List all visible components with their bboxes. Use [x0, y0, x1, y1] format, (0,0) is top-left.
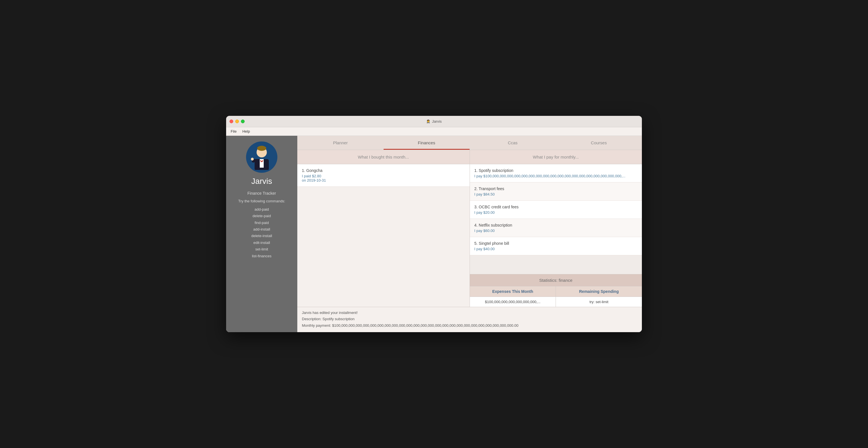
tabs: Planner Finances Ccas Courses [297, 136, 642, 150]
remaining-label: Remaining Spending [556, 286, 642, 297]
cmd-add-paid: add-paid [251, 206, 272, 213]
status-line-3: Monthly payment: $100,000,000,000,000,00… [302, 323, 637, 329]
status-bar: Jarvis has edited your installment! Desc… [297, 307, 642, 332]
item-title: 5. Singtel phone bill [474, 241, 638, 246]
content-area: Planner Finances Ccas Courses What I bou… [297, 136, 642, 332]
list-item: 1. Gongcha I paid $2.80 on 2019-10-31 [297, 164, 470, 187]
sidebar-section-title: Finance Tracker [247, 191, 276, 196]
window-title: 🤵 Jarvis [426, 119, 442, 124]
tab-ccas[interactable]: Ccas [470, 136, 556, 150]
expenses-value: $100,000,000,000,000,000,000,... [470, 297, 556, 307]
left-panel: What I bought this month... 1. Gongcha I… [297, 150, 470, 307]
sidebar-name: Jarvis [251, 177, 272, 186]
menu-file[interactable]: File [231, 129, 237, 133]
cmd-edit-install: edit-install [251, 239, 272, 246]
menu-help[interactable]: Help [242, 129, 250, 133]
item-title: 1. Gongcha [302, 168, 465, 173]
item-title: 3. OCBC credit card fees [474, 205, 638, 209]
item-detail: I pay $100,000,000,000,000,000,000,000,0… [474, 174, 638, 178]
item-detail: I pay $60.00 [474, 229, 638, 233]
item-detail-2: on 2019-10-31 [302, 178, 465, 183]
content-body: What I bought this month... 1. Gongcha I… [297, 150, 642, 332]
panels: What I bought this month... 1. Gongcha I… [297, 150, 642, 307]
cmd-find-paid: find-paid [251, 219, 272, 226]
item-detail-1: I paid $2.80 [302, 174, 465, 178]
cmd-delete-install: delete-install [251, 232, 272, 239]
maximize-button[interactable] [241, 120, 245, 123]
remaining-value: try: set-limit [556, 297, 642, 307]
expenses-label: Expenses This Month [470, 286, 556, 297]
svg-point-1 [257, 146, 266, 151]
title-text: Jarvis [432, 119, 442, 124]
right-panel-list: 1. Spotify subscription I pay $100,000,0… [470, 164, 642, 274]
cmd-add-install: add-install [251, 226, 272, 232]
status-line-1: Jarvis has edited your installment! [302, 310, 637, 316]
main-layout: Jarvis Finance Tracker Try the following… [226, 136, 642, 332]
left-panel-header: What I bought this month... [297, 150, 470, 164]
tab-planner[interactable]: Planner [297, 136, 383, 150]
tab-finances[interactable]: Finances [383, 136, 470, 150]
cmd-list-finances: list-finances [251, 253, 272, 259]
right-panel-header: What I pay for monthly... [470, 150, 642, 164]
list-item: 3. OCBC credit card fees I pay $20.00 [470, 201, 642, 219]
left-panel-content: 1. Gongcha I paid $2.80 on 2019-10-31 [297, 164, 470, 307]
traffic-lights [229, 120, 245, 123]
statistics-labels-row: Expenses This Month Remaining Spending [470, 286, 642, 297]
menubar: File Help [226, 127, 642, 136]
titlebar: 🤵 Jarvis [226, 116, 642, 127]
sidebar-commands: add-paid delete-paid find-paid add-insta… [251, 206, 272, 259]
item-detail: I pay $20.00 [474, 210, 638, 215]
item-title: 2. Transport fees [474, 186, 638, 191]
item-title: 1. Spotify subscription [474, 168, 638, 173]
item-title: 4. Netflix subscription [474, 223, 638, 227]
title-icon: 🤵 [426, 120, 430, 123]
close-button[interactable] [229, 120, 233, 123]
list-item: 5. Singtel phone bill I pay $40.00 [470, 237, 642, 255]
list-item: 4. Netflix subscription I pay $60.00 [470, 219, 642, 237]
right-panel: What I pay for monthly... 1. Spotify sub… [470, 150, 642, 307]
list-item: 1. Spotify subscription I pay $100,000,0… [470, 164, 642, 183]
svg-point-6 [251, 158, 254, 161]
tab-courses[interactable]: Courses [556, 136, 642, 150]
statistics-header: Statistics: finance [470, 275, 642, 286]
avatar [246, 141, 277, 173]
sidebar: Jarvis Finance Tracker Try the following… [226, 136, 297, 332]
main-window: 🤵 Jarvis File Help [226, 116, 642, 332]
statistics-values-row: $100,000,000,000,000,000,000,... try: se… [470, 297, 642, 307]
status-line-2: Description: Spotify subscription [302, 316, 637, 322]
minimize-button[interactable] [235, 120, 239, 123]
cmd-delete-paid: delete-paid [251, 213, 272, 219]
item-detail: I pay $84.50 [474, 192, 638, 196]
statistics-section: Statistics: finance Expenses This Month … [470, 274, 642, 307]
list-item: 2. Transport fees I pay $84.50 [470, 183, 642, 201]
item-detail: I pay $40.00 [474, 247, 638, 251]
cmd-set-limit: set-limit [251, 246, 272, 252]
sidebar-commands-label: Try the following commands: [238, 198, 285, 204]
